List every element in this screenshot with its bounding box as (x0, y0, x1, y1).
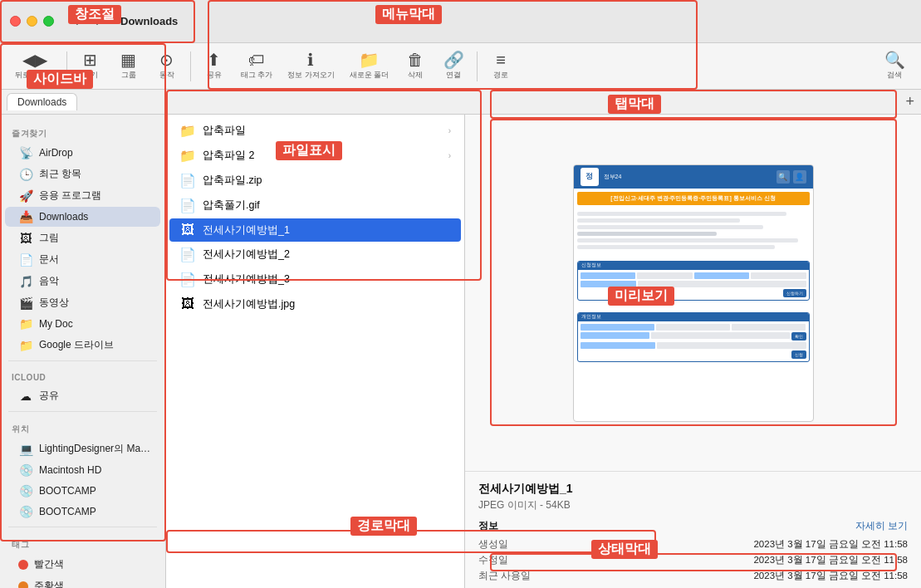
sidebar-item-pictures[interactable]: 🖼 그림 (5, 228, 160, 248)
sidebar-item-documents[interactable]: 📄 문서 (5, 249, 160, 270)
file-info: 전세사기예방법_1 JPEG 이미지 - 54KB 정보 자세히 보기 생성일 … (465, 471, 921, 588)
toolbar-info[interactable]: ℹ 정보 가져오기 (281, 48, 341, 84)
sidebar-item-tag-orange[interactable]: 주황색 (5, 576, 160, 588)
file-item-zip1[interactable]: 📄 압축파일.zip (169, 169, 461, 193)
preview-img-icons: 🔍 👤 (776, 170, 806, 184)
sidebar-sep-1 (8, 360, 157, 361)
file-info-row-modified: 수정일 2023년 3월 17일 금요일 오전 11:58 (478, 554, 908, 566)
search-icon: 🔍 (884, 51, 905, 68)
toolbar-action[interactable]: ⊙ 동작 (149, 48, 185, 84)
sidebar-item-apps[interactable]: 🚀 응용 프로그램 (5, 185, 160, 206)
preview-section-1: 신청정보 (577, 261, 810, 301)
file-info-rows: 생성일 2023년 3월 17일 금요일 오전 11:58 수정일 2023년 … (478, 538, 908, 582)
sidebar-item-bootcamp2[interactable]: 💿 BOOTCAMP (5, 502, 160, 522)
preview-line-2 (577, 218, 740, 223)
preview-cell-13 (657, 342, 806, 349)
file-item-file3[interactable]: 📄 전세사기예방법_3 (169, 267, 461, 292)
sidebar-label-apps: 응용 프로그램 (39, 189, 101, 203)
newfolder-icon: 📁 (359, 51, 380, 68)
connect-icon: 🔗 (443, 51, 464, 68)
maximize-button[interactable] (43, 16, 54, 27)
sidebar-section-icloud-label: iCloud (0, 366, 165, 385)
sidebar-item-movies[interactable]: 🎬 동영상 (5, 292, 160, 313)
share-icon: ⬆ (207, 51, 221, 68)
toolbar-sep-2 (190, 51, 191, 81)
sidebar-item-music[interactable]: 🎵 음악 (5, 271, 160, 292)
file-item-folder1[interactable]: 📁 압축파일 › (169, 119, 461, 143)
recents-icon: 🕒 (18, 168, 33, 181)
toolbar-group[interactable]: ▦ 그룹 (110, 48, 147, 84)
sidebar-item-tag-red[interactable]: 빨간색 (5, 554, 160, 575)
file3-name: 전세사기예방법_3 (203, 272, 290, 287)
file2-name: 전세사기예방법_2 (203, 247, 290, 262)
sidebar-item-bootcamp1[interactable]: 💿 BOOTCAMP (5, 481, 160, 501)
toolbar-newfolder[interactable]: 📁 새로운 폴더 (343, 48, 396, 84)
sidebar-item-downloads[interactable]: 📥 Downloads (5, 207, 160, 227)
sidebar-item-airdrop[interactable]: 📡 AirDrop (5, 143, 160, 163)
preview-img-header: 정 정부24 🔍 👤 (574, 165, 813, 189)
tag-orange-dot (18, 581, 28, 589)
back-button[interactable]: ‹ (67, 12, 86, 31)
traffic-lights (10, 16, 54, 27)
file-info-type: JPEG 이미지 - 54KB (478, 498, 908, 512)
file-item-file2[interactable]: 📄 전세사기예방법_2 (169, 243, 461, 267)
toolbar-view[interactable]: ⊞ 보기 (72, 48, 109, 84)
file-item-selected1[interactable]: 🖼 전세사기예방법_1 (169, 218, 461, 242)
add-tab-button[interactable]: + (905, 93, 914, 110)
zip1-name: 압축파일.zip (203, 174, 262, 188)
airdrop-icon: 📡 (18, 146, 33, 159)
view-label: 보기 (83, 70, 98, 81)
toolbar-share[interactable]: ⬆ 공유 (196, 48, 233, 84)
sidebar-label-movies: 동영상 (39, 296, 69, 310)
file-list: 📁 압축파일 › 📁 압축파일 2 › 📄 압축파일.zip 📄 압축풀기.gi… (166, 115, 464, 588)
file4-icon: 🖼 (179, 296, 196, 311)
file-info-detail-link[interactable]: 자세히 보기 (855, 519, 908, 533)
view-icon: ⊞ (83, 51, 97, 68)
pictures-icon: 🖼 (18, 232, 33, 245)
toolbar-sep-3 (477, 51, 478, 81)
forward-button[interactable]: › (89, 12, 107, 31)
toolbar-connect[interactable]: 🔗 연결 (435, 48, 472, 84)
preview-line-5 (577, 238, 798, 243)
sidebar-section-favorites-label: 즐겨찾기 (0, 121, 165, 142)
toolbar-path[interactable]: ≡ 경로 (483, 48, 519, 84)
sidebar-label-downloads: Downloads (39, 211, 88, 223)
toolbar-delete[interactable]: 🗑 삭제 (397, 48, 434, 84)
delete-icon: 🗑 (407, 51, 424, 68)
sidebar-item-gdrive[interactable]: 📁 Google 드라이브 (5, 335, 160, 355)
toolbar-search[interactable]: 🔍 검색 (876, 48, 913, 84)
modified-value: 2023년 3월 17일 금요일 오전 11:58 (753, 554, 908, 566)
sidebar-item-macbook[interactable]: 💻 LightingDesigner의 MacBoo... (5, 439, 160, 459)
tab-downloads[interactable]: Downloads (7, 93, 77, 110)
file-item-gif1[interactable]: 📄 압축풀기.gif (169, 194, 461, 218)
sidebar-section-tags-label: 태그 (0, 532, 165, 553)
created-label: 생성일 (478, 538, 508, 551)
sidebar-item-macintosh-hd[interactable]: 💿 Macintosh HD (5, 460, 160, 480)
preview-cell-10 (581, 332, 649, 339)
sidebar-item-mydoc[interactable]: 📁 My Doc (5, 314, 160, 334)
window: ‹ › Downloads ◀▶ 뒤로/앞으로 ⊞ 보기 ▦ 그룹 ⊙ 동작 ⬆… (0, 0, 921, 588)
sidebar-label-bootcamp1: BOOTCAMP (39, 485, 96, 497)
preview-section-2: 개인정보 확인 (577, 312, 810, 362)
sidebar-label-bootcamp2: BOOTCAMP (39, 506, 96, 517)
preview-img-frame: 정 정부24 🔍 👤 [전입신고·세대주 변경·주민등록증·주민등록표] 통보서… (573, 164, 814, 422)
sidebar-item-recents[interactable]: 🕒 최근 항목 (5, 164, 160, 184)
file-item-folder2[interactable]: 📁 압축파일 2 › (169, 144, 461, 168)
toolbar-tag[interactable]: 🏷 태그 추가 (234, 48, 280, 84)
preview-cell-11 (651, 332, 790, 339)
preview-btn-2: 확인 (791, 332, 806, 341)
sidebar-label-tag-red: 빨간색 (34, 557, 64, 571)
minimize-button[interactable] (27, 16, 37, 27)
preview-cell-6 (638, 281, 806, 287)
nav-arrows: ‹ › (67, 12, 107, 31)
toolbar-nav[interactable]: ◀▶ 뒤로/앞으로 (8, 48, 61, 84)
file-info-meta-label: 정보 (478, 519, 498, 533)
preview-cell-12 (581, 342, 655, 349)
preview-panel: 정 정부24 🔍 👤 [전입신고·세대주 변경·주민등록증·주민등록표] 통보서… (465, 115, 921, 588)
sidebar-label-macbook: LightingDesigner의 MacBoo... (39, 442, 152, 456)
sidebar-item-icloud-shared[interactable]: ☁ 공유 (5, 385, 160, 406)
close-button[interactable] (10, 16, 21, 27)
info-label: 정보 가져오기 (287, 70, 335, 81)
preview-banner: [전입신고·세대주 변경·주민등록증·주민등록표] 통보서비스 신청 (577, 192, 810, 205)
file-item-file4[interactable]: 🖼 전세사기예방법.jpg (169, 292, 461, 316)
